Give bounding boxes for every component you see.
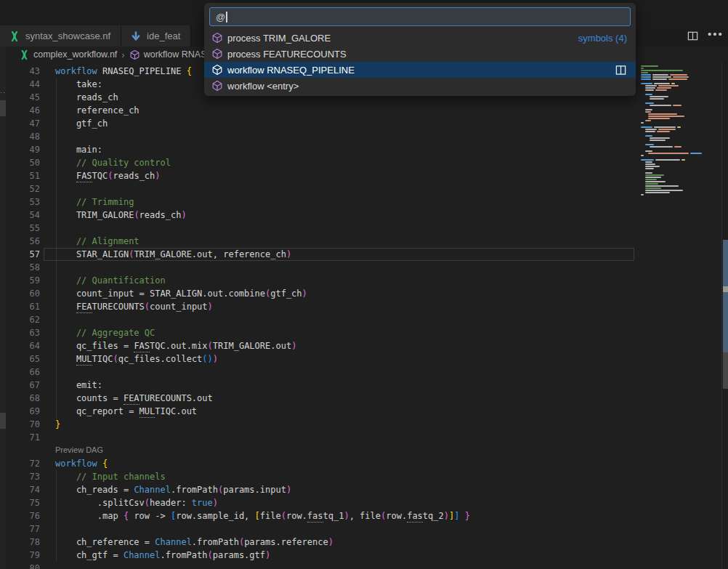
minimap-line [641,170,721,171]
line-number: 72 [6,457,40,470]
code-line[interactable]: 49 main: [6,143,721,156]
tab-label: syntax_showcase.nf [25,31,110,41]
code-line[interactable]: 59 // Quantification [6,274,721,287]
code-editor[interactable]: 43workflow RNASEQ_PIPELINE {44 take:45 r… [6,62,721,569]
code-line[interactable]: 48 [6,130,721,143]
line-number: 53 [6,195,40,209]
line-content: gtf_ch [55,117,108,130]
text-cursor [226,12,227,23]
code-line[interactable]: 53 // Trimming [6,195,721,209]
quick-open-item-label: workflow RNASEQ_PIPELINE [227,65,355,76]
minimap-line [641,107,721,108]
code-line[interactable]: 51 FASTQC(reads_ch) [6,169,721,182]
line-content: main: [55,143,102,156]
minimap-line [645,109,721,110]
minimap-line [641,133,721,134]
quick-open-item-label: process FEATURECOUNTS [227,49,347,60]
quick-open-item[interactable]: workflow RNASEQ_PIPELINE [204,62,636,78]
code-line[interactable]: 57 STAR_ALIGN(TRIM_GALORE.out, reference… [6,248,721,261]
scrollbar-thumb[interactable] [723,240,728,352]
code-line[interactable]: 68 counts = FEATURECOUNTS.out [6,392,721,405]
code-line[interactable]: 72workflow { [6,457,721,470]
code-line[interactable]: 58 [6,261,721,274]
code-line[interactable]: 69 qc_report = MULTIQC.out [6,405,721,418]
minimap-line [650,146,721,148]
minimap-line [645,183,721,185]
code-line[interactable]: 52 [6,182,721,195]
minimap-line [641,81,721,82]
minimap-line [645,94,721,95]
code-line[interactable]: 60 count_input = STAR_ALIGN.out.combine(… [6,287,721,300]
line-content: .splitCsv(header: true) [55,496,218,509]
code-line[interactable]: 61 FEATURECOUNTS(count_input) [6,300,721,313]
quick-open-item[interactable]: workflow <entry> [204,78,636,94]
code-line[interactable]: 79 ch_gtf = Channel.fromPath(params.gtf) [6,549,721,562]
minimap-line [641,76,721,78]
code-line[interactable]: 46 reference_ch [6,104,721,117]
line-number: 50 [6,156,40,169]
line-content: // Aggregate QC [55,326,155,339]
line-number: 75 [6,496,40,509]
quick-open-widget: @ process TRIM_GALOREsymbols (4)process … [204,3,636,96]
minimap-line [650,105,721,106]
overview-ruler-block [723,352,728,389]
codelens-preview-dag[interactable]: Preview DAG [55,445,103,454]
minimap-line [641,155,721,156]
line-number: 69 [6,405,40,418]
code-line[interactable]: 70} [6,418,721,431]
code-line[interactable]: 65 MULTIQC(qc_files.collect()) [6,352,721,366]
minimap-line [645,174,721,176]
minimap-line [650,98,721,100]
quick-open-item[interactable]: process TRIM_GALOREsymbols (4) [204,30,636,46]
quick-open-list: process TRIM_GALOREsymbols (4)process FE… [204,30,636,94]
more-actions-button[interactable]: ••• [708,28,724,44]
code-line[interactable]: 62 [6,313,721,326]
minimap-line [645,192,721,193]
code-line[interactable]: 64 qc_files = FASTQC.out.mix(TRIM_GALORE… [6,339,721,352]
tab-ide-features[interactable]: ide_feat [121,25,191,47]
line-content: ch_reference = Channel.fromPath(params.r… [55,536,333,549]
symbol-cube-icon [129,49,140,60]
line-content: reference_ch [55,104,139,117]
open-to-side-icon[interactable] [615,65,627,76]
code-line[interactable]: 67 emit: [6,379,721,392]
minimap-line [648,153,721,154]
minimap-line [641,68,721,69]
collapsed-panel-strip[interactable]: ·· [0,47,6,569]
minimap-line [641,124,721,126]
minimap-line [650,96,721,97]
minimap[interactable] [638,62,721,569]
quick-open-input[interactable]: @ [209,7,631,26]
breadcrumb-file[interactable]: complex_workflow.nf [33,49,117,60]
split-editor-button[interactable] [684,28,700,44]
code-line[interactable]: 47 gtf_ch [6,117,721,130]
line-number: 76 [6,509,40,522]
code-line[interactable]: 71 [6,431,721,444]
tab-syntax-showcase[interactable]: syntax_showcase.nf [0,25,121,47]
scrollbar[interactable] [721,62,728,569]
code-line[interactable]: 54 TRIM_GALORE(reads_ch) [6,209,721,222]
minimap-line [645,161,721,163]
line-content: workflow RNASEQ_PIPELINE { [55,65,192,78]
code-line[interactable]: 73 // Input channels [6,470,721,483]
minimap-line [641,72,721,73]
code-line[interactable]: 50 // Quality control [6,156,721,169]
code-line[interactable]: 74 ch_reads = Channel.fromPath(params.in… [6,483,721,496]
minimap-line [648,116,721,117]
code-line[interactable]: 75 .splitCsv(header: true) [6,496,721,509]
code-line[interactable]: 63 // Aggregate QC [6,326,721,339]
line-number: 49 [6,143,40,156]
code-line[interactable]: 77 [6,522,721,536]
quick-open-item[interactable]: process FEATURECOUNTS [204,46,636,62]
code-line[interactable]: 78 ch_reference = Channel.fromPath(param… [6,536,721,549]
minimap-line [641,100,721,102]
code-line[interactable]: 66 [6,366,721,379]
minimap-line [648,118,721,119]
line-content: // Alignment [55,235,139,248]
code-line[interactable]: 56 // Alignment [6,235,721,248]
code-line[interactable]: 55 [6,222,721,235]
code-line[interactable]: 80 [6,562,721,569]
minimap-line [645,166,721,167]
line-content: // Quantification [55,274,166,287]
code-line[interactable]: 76 .map { row -> [row.sample_id, [file(r… [6,509,721,522]
